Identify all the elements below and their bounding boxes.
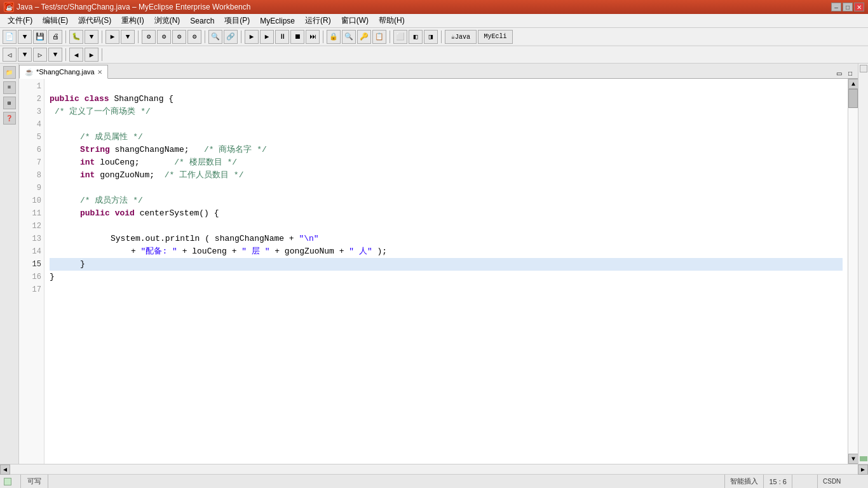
tb11[interactable]: ⏸ xyxy=(275,30,289,44)
status-position: 15 : 6 xyxy=(763,475,792,488)
toolbar-row2: ◁ ▼ ▷ ▼ ◀ ▶ xyxy=(0,46,868,64)
sep3 xyxy=(138,30,139,43)
tb9[interactable]: ▶ xyxy=(245,30,259,44)
tab-controls: ▭ □ xyxy=(834,68,858,78)
tab-close-button[interactable]: ✕ xyxy=(97,69,102,76)
sep5 xyxy=(241,30,241,43)
menu-help[interactable]: 帮助(H) xyxy=(374,14,410,27)
menu-myeclipse[interactable]: MyEclipse xyxy=(255,15,300,27)
tb2-1[interactable]: ◁ xyxy=(3,48,17,62)
sidebar-icon-2[interactable]: ≡ xyxy=(3,81,16,94)
code-line-10: /* 成员方法 */ xyxy=(50,194,843,207)
tab-filename: *ShangChang.java xyxy=(36,68,95,76)
java-perspective[interactable]: ☕Java xyxy=(445,30,477,44)
scroll-up-btn[interactable]: ▲ xyxy=(848,79,858,89)
ln-1: 1 xyxy=(22,80,41,93)
new-button[interactable]: 📄 xyxy=(3,30,17,44)
code-line-4 xyxy=(50,118,843,131)
ln-5: 5 xyxy=(22,131,41,144)
tb2-2[interactable]: ▷ xyxy=(33,48,47,62)
tb13[interactable]: ⏭ xyxy=(306,30,320,44)
tb10[interactable]: ▶ xyxy=(260,30,274,44)
sep1 xyxy=(65,30,66,43)
menu-window[interactable]: 窗口(W) xyxy=(336,14,374,27)
status-write-mode: 可写 xyxy=(21,475,48,488)
vscrollbar[interactable]: ▲ ▼ xyxy=(848,79,858,464)
tb8[interactable]: 🔗 xyxy=(224,30,238,44)
sidebar-icon-4[interactable]: ❓ xyxy=(3,112,16,125)
tb14[interactable]: 🔒 xyxy=(327,30,341,44)
hscroll-right-btn[interactable]: ▶ xyxy=(858,464,868,475)
tab-minimize[interactable]: ▭ xyxy=(834,68,844,78)
tb12[interactable]: ⏹ xyxy=(290,30,304,44)
tb19[interactable]: ◧ xyxy=(409,30,423,44)
menu-search[interactable]: Search xyxy=(185,15,219,27)
sep8 xyxy=(441,30,442,43)
menu-refactor[interactable]: 重构(I) xyxy=(116,14,149,27)
menu-project[interactable]: 项目(P) xyxy=(219,14,255,27)
menu-run[interactable]: 运行(R) xyxy=(300,14,336,27)
status-extra-2: CSDN xyxy=(817,475,868,488)
sep6 xyxy=(323,30,323,43)
code-line-9 xyxy=(50,182,843,194)
ln-11: 11 xyxy=(22,207,41,220)
ln-16: 16 xyxy=(22,271,41,283)
title-bar: ☕ Java – Test/src/ShangChang.java – MyEc… xyxy=(0,0,868,14)
title-bar-left: ☕ Java – Test/src/ShangChang.java – MyEc… xyxy=(4,2,250,12)
editor-tab-shangchang[interactable]: ☕ *ShangChang.java ✕ xyxy=(19,65,108,79)
code-area[interactable]: 1 2 3 4 5 6 7 8 9 10 11 12 13 14 15 16 1… xyxy=(19,79,858,464)
myecli-perspective[interactable]: MyEcli xyxy=(478,30,513,44)
tb2-4[interactable]: ▶ xyxy=(85,48,98,62)
code-line-17 xyxy=(50,283,843,296)
tb4[interactable]: ⚙ xyxy=(157,30,171,44)
status-indicator xyxy=(0,475,21,488)
menu-browse[interactable]: 浏览(N) xyxy=(149,14,186,27)
tb18[interactable]: ⬜ xyxy=(393,30,407,44)
ln-6: 6 xyxy=(22,144,41,156)
tab-maximize[interactable]: □ xyxy=(845,68,855,78)
sidebar-icon-1[interactable]: 📁 xyxy=(3,66,16,79)
menu-file[interactable]: 文件(F) xyxy=(3,14,37,27)
tb2-drop1[interactable]: ▼ xyxy=(18,48,32,62)
tb6[interactable]: ⚙ xyxy=(187,30,201,44)
menu-source[interactable]: 源代码(S) xyxy=(73,14,116,27)
minimize-button[interactable]: – xyxy=(831,3,841,11)
run-drop[interactable]: ▼ xyxy=(121,30,135,44)
empty-editor-space xyxy=(50,296,843,464)
tb3[interactable]: ⚙ xyxy=(142,30,156,44)
main-layout: 📁 ≡ ⊞ ❓ ☕ *ShangChang.java ✕ ▭ □ 1 2 3 xyxy=(0,64,868,464)
code-line-6: String shangChangName; /* 商场名字 */ xyxy=(50,144,843,156)
tb7[interactable]: 🔍 xyxy=(208,30,222,44)
scroll-down-btn[interactable]: ▼ xyxy=(848,454,858,464)
code-content[interactable]: public class ShangChang { /* 定义了一个商场类 */… xyxy=(44,79,848,464)
tb2-3[interactable]: ◀ xyxy=(69,48,83,62)
hscrollbar[interactable]: ◀ ▶ xyxy=(0,464,868,474)
debug-drop[interactable]: ▼ xyxy=(85,30,98,44)
close-button[interactable]: ✕ xyxy=(854,3,864,11)
tb5[interactable]: ⚙ xyxy=(172,30,186,44)
hscroll-left-btn[interactable]: ◀ xyxy=(0,464,10,475)
window-controls[interactable]: – □ ✕ xyxy=(831,3,864,11)
tb17[interactable]: 📋 xyxy=(372,30,386,44)
scroll-thumb[interactable] xyxy=(848,89,858,108)
annotation-sidebar xyxy=(858,64,868,464)
menu-edit[interactable]: 编辑(E) xyxy=(37,14,73,27)
status-insert-mode: 智能插入 xyxy=(724,475,763,488)
run-btn[interactable]: ▶ xyxy=(105,30,119,44)
status-light xyxy=(4,478,11,485)
maximize-button[interactable]: □ xyxy=(843,3,853,11)
debug-btn[interactable]: 🐛 xyxy=(69,30,83,44)
code-line-14: + "配备: " + louCeng + " 层 " + gongZuoNum … xyxy=(50,245,843,258)
ln-12: 12 xyxy=(22,220,41,233)
tb20[interactable]: ◨ xyxy=(424,30,438,44)
title-bar-title: Java – Test/src/ShangChang.java – MyEcli… xyxy=(17,3,250,11)
new-dropdown[interactable]: ▼ xyxy=(18,30,32,44)
sidebar-icon-3[interactable]: ⊞ xyxy=(3,97,16,109)
print-button[interactable]: 🖨 xyxy=(48,30,62,44)
tb15[interactable]: 🔍 xyxy=(342,30,356,44)
code-line-15: } xyxy=(50,258,843,271)
status-bar: 可写 智能插入 15 : 6 CSDN xyxy=(0,474,868,488)
save-button[interactable]: 💾 xyxy=(33,30,47,44)
tb2-drop2[interactable]: ▼ xyxy=(48,48,62,62)
tb16[interactable]: 🔑 xyxy=(357,30,371,44)
